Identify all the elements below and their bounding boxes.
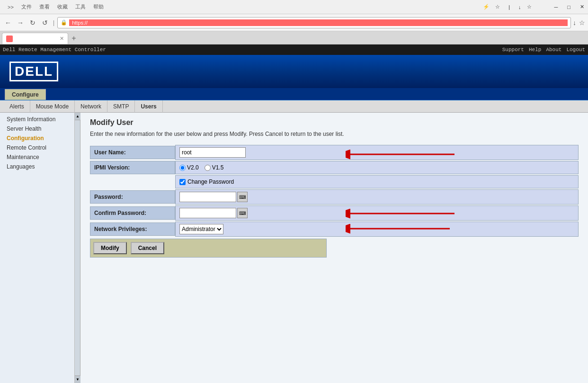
- change-password-cell: Change Password: [175, 175, 579, 188]
- logout-link[interactable]: Logout: [566, 47, 585, 53]
- dell-page: Dell Remote Management Controller Suppor…: [0, 45, 588, 383]
- cancel-button[interactable]: Cancel: [131, 242, 164, 254]
- ipmi-v15-radio[interactable]: [205, 165, 211, 171]
- confirm-password-input-cell: ⌨: [175, 205, 579, 221]
- confirm-password-keyboard-button[interactable]: ⌨: [237, 208, 248, 218]
- password-keyboard-button[interactable]: ⌨: [237, 192, 248, 202]
- close-btn[interactable]: ✕: [580, 4, 584, 10]
- change-password-label[interactable]: Change Password: [179, 178, 234, 185]
- sidebar-scrollbar: ▲ ▼: [74, 113, 80, 383]
- address-bar[interactable]: 🔒 https://: [57, 17, 571, 28]
- browser-nav-bar: ← → ↻ ↺ | 🔒 https:// ↓ ☆: [0, 14, 588, 31]
- ipmi-input-cell: V2.0 V1.5: [175, 161, 579, 174]
- alerts-tab[interactable]: Alerts: [4, 100, 30, 113]
- browser-tabs: ✕ +: [0, 31, 588, 45]
- ipmi-v20-option[interactable]: V2.0: [179, 164, 199, 171]
- help-link[interactable]: Help: [529, 47, 541, 53]
- new-tab-button[interactable]: +: [68, 33, 80, 44]
- tab-close-button[interactable]: ✕: [60, 36, 64, 42]
- change-password-text: Change Password: [187, 178, 234, 185]
- page-description: Enter the new information for the user b…: [90, 131, 579, 137]
- sidebar-item-server-health[interactable]: Server Health: [0, 124, 80, 134]
- password-input[interactable]: [179, 192, 236, 202]
- menu-tools[interactable]: 工具: [75, 3, 86, 10]
- change-password-checkbox[interactable]: [179, 179, 186, 185]
- confirm-password-input-group: ⌨: [179, 208, 248, 218]
- main-content-panel: Modify User Enter the new information fo…: [80, 113, 588, 383]
- active-tab[interactable]: ✕: [2, 33, 68, 44]
- sidebar-item-maintenance[interactable]: Maintenance: [0, 152, 80, 162]
- network-tab[interactable]: Network: [75, 100, 107, 113]
- titlebar-spacer: >>: [8, 4, 14, 10]
- bookmark-btn[interactable]: ☆: [579, 19, 585, 27]
- download-icon[interactable]: ↓: [518, 4, 521, 10]
- about-link[interactable]: About: [546, 47, 561, 53]
- confirm-password-input[interactable]: [179, 208, 236, 218]
- maximize-btn[interactable]: □: [567, 4, 570, 10]
- sidebar-item-languages[interactable]: Languages: [0, 162, 80, 171]
- ipmi-v20-label: V2.0: [187, 164, 199, 171]
- menu-favorites[interactable]: 收藏: [57, 3, 68, 10]
- menu-help[interactable]: 帮助: [93, 3, 104, 10]
- network-privileges-label: Network Privileges:: [90, 223, 175, 236]
- lock-icon: 🔒: [61, 19, 67, 26]
- content-area: System Information Server Health Configu…: [0, 113, 588, 383]
- support-link[interactable]: Support: [502, 47, 524, 53]
- ipmi-radio-group: V2.0 V1.5: [179, 164, 223, 171]
- nav-right-buttons: ↓ ☆: [573, 19, 585, 27]
- star-icon[interactable]: ☆: [495, 4, 500, 10]
- forward-button[interactable]: →: [15, 18, 26, 28]
- refresh-button[interactable]: ↻: [27, 18, 38, 28]
- form-buttons-area: Modify Cancel: [90, 239, 327, 258]
- configure-nav-tab[interactable]: Configure: [5, 89, 46, 100]
- sidebar-item-system-information[interactable]: System Information: [0, 115, 80, 124]
- window-controls: ⚡ ☆ | ↓ ☆ ─ □ ✕: [483, 4, 584, 10]
- main-nav-bar: Configure: [0, 88, 588, 100]
- dell-header: DELL: [0, 55, 588, 88]
- back-button[interactable]: ←: [3, 18, 13, 28]
- username-input[interactable]: [179, 147, 246, 158]
- network-privileges-select[interactable]: Administrator Operator User No Access: [179, 224, 223, 234]
- password-row: Password: ⌨: [90, 189, 579, 205]
- username-label: User Name:: [90, 146, 175, 159]
- tab-favicon: [6, 36, 13, 42]
- undo-button[interactable]: ↺: [40, 18, 50, 28]
- scroll-down-button[interactable]: ▼: [75, 375, 80, 383]
- network-privileges-row: Network Privileges: Administrator Operat…: [90, 222, 579, 237]
- ipmi-v15-option[interactable]: V1.5: [205, 164, 224, 171]
- modify-button[interactable]: Modify: [93, 242, 127, 254]
- top-bar-title: Dell Remote Management Controller: [3, 47, 106, 53]
- ipmi-v20-radio[interactable]: [179, 165, 186, 171]
- top-bar-links: Support Help About Logout: [502, 47, 585, 53]
- password-input-group: ⌨: [179, 192, 248, 202]
- address-text: https://: [69, 19, 568, 26]
- page-title: Modify User: [90, 118, 579, 127]
- ipmi-row: IPMI Version: V2.0 V1.5: [90, 161, 579, 174]
- sidebar-item-configuration[interactable]: Configuration: [0, 134, 80, 143]
- username-row: User Name:: [90, 145, 579, 160]
- sidebar: System Information Server Health Configu…: [0, 113, 80, 383]
- menu-file[interactable]: 文件: [21, 3, 32, 10]
- menu-view[interactable]: 查看: [39, 3, 50, 10]
- confirm-password-label: Confirm Password:: [90, 206, 175, 220]
- password-label: Password:: [90, 190, 175, 204]
- smtp-tab[interactable]: SMTP: [107, 100, 135, 113]
- sub-tabs-bar: Alerts Mouse Mode Network SMTP Users: [0, 100, 588, 113]
- browser-titlebar: >> 文件 查看 收藏 工具 帮助 ⚡ ☆ | ↓ ☆ ─ □ ✕: [0, 0, 588, 14]
- lightning-icon: ⚡: [483, 4, 490, 10]
- scroll-up-button[interactable]: ▲: [75, 113, 80, 120]
- password-input-cell: ⌨: [175, 189, 579, 205]
- top-bar: Dell Remote Management Controller Suppor…: [0, 45, 588, 55]
- username-input-cell: [175, 145, 579, 160]
- form-container: User Name: IPMI Version: V2.0: [90, 145, 579, 258]
- mouse-mode-tab[interactable]: Mouse Mode: [30, 100, 75, 113]
- extensions-icon[interactable]: ☆: [527, 4, 532, 10]
- change-password-row: Change Password: [90, 175, 579, 188]
- users-tab[interactable]: Users: [135, 100, 162, 113]
- network-privileges-input-cell: Administrator Operator User No Access: [175, 222, 579, 237]
- sidebar-item-remote-control[interactable]: Remote Control: [0, 143, 80, 152]
- confirm-password-row: Confirm Password: ⌨: [90, 205, 579, 221]
- download-btn[interactable]: ↓: [573, 19, 576, 27]
- ipmi-v15-label: V1.5: [212, 164, 224, 171]
- minimize-btn[interactable]: ─: [554, 4, 558, 10]
